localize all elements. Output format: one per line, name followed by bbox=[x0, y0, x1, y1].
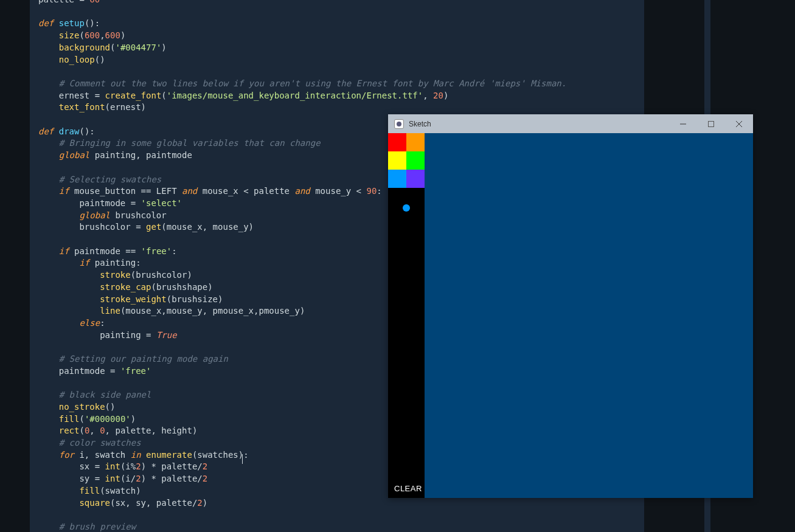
window-titlebar[interactable]: Sketch bbox=[388, 114, 753, 133]
window-maximize-button[interactable] bbox=[697, 114, 725, 133]
color-swatch-4[interactable] bbox=[388, 170, 406, 188]
color-swatch-1[interactable] bbox=[406, 133, 425, 151]
sketch-canvas[interactable]: CLEAR bbox=[388, 133, 753, 498]
brush-preview bbox=[403, 204, 410, 212]
color-swatch-2[interactable] bbox=[388, 151, 406, 170]
color-swatch-3[interactable] bbox=[406, 151, 425, 170]
color-swatch-0[interactable] bbox=[388, 133, 406, 151]
color-swatch-5[interactable] bbox=[406, 170, 425, 188]
tool-side-panel bbox=[388, 133, 425, 498]
text-cursor bbox=[242, 454, 243, 464]
clear-button[interactable]: CLEAR bbox=[388, 479, 425, 498]
window-minimize-button[interactable] bbox=[669, 114, 697, 133]
app-icon bbox=[394, 119, 404, 129]
sketch-window[interactable]: Sketch CLEAR bbox=[388, 114, 753, 498]
window-title: Sketch bbox=[409, 120, 431, 128]
window-close-button[interactable] bbox=[725, 114, 753, 133]
svg-rect-1 bbox=[709, 121, 714, 126]
